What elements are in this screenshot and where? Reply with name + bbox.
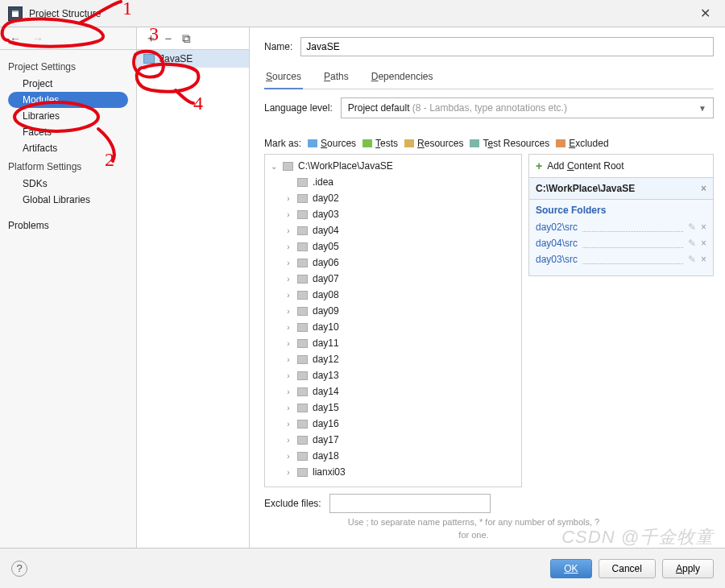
expand-icon[interactable]: › bbox=[284, 355, 292, 364]
remove-module-icon[interactable]: − bbox=[160, 30, 177, 48]
exclude-files-input[interactable] bbox=[329, 494, 491, 513]
sidebar-item-libraries[interactable]: Libraries bbox=[0, 108, 136, 124]
language-level-select[interactable]: Project default (8 - Lambdas, type annot… bbox=[341, 97, 714, 118]
tree-row[interactable]: ›day12 bbox=[265, 351, 521, 367]
content-root-path-row[interactable]: C:\WorkPlace\JavaSE × bbox=[528, 177, 714, 200]
tree-row[interactable]: ›day17 bbox=[265, 432, 521, 448]
module-item-javase[interactable]: JavaSE bbox=[137, 50, 249, 68]
source-folder-item[interactable]: day02\src✎× bbox=[536, 219, 706, 235]
tree-row[interactable]: ›day13 bbox=[265, 367, 521, 383]
svg-rect-1 bbox=[12, 10, 19, 12]
source-folder-item[interactable]: day04\src✎× bbox=[536, 235, 706, 251]
sidebar-item-sdks[interactable]: SDKs bbox=[0, 176, 136, 192]
nav-forward-icon[interactable]: → bbox=[29, 31, 47, 47]
tree-row[interactable]: ›day09 bbox=[265, 303, 521, 319]
add-module-icon[interactable]: ＋ bbox=[142, 30, 160, 48]
tree-row[interactable]: ›day06 bbox=[265, 255, 521, 271]
tree-item-label: .idea bbox=[313, 176, 334, 188]
sidebar-item-facets[interactable]: Facets bbox=[0, 124, 136, 140]
sidebar-item-problems[interactable]: Problems bbox=[0, 217, 136, 234]
ok-button[interactable]: OK bbox=[550, 559, 591, 578]
add-content-root[interactable]: + Add Content Root bbox=[528, 154, 714, 177]
expand-icon[interactable]: › bbox=[284, 291, 292, 300]
expand-icon[interactable]: › bbox=[284, 259, 292, 267]
help-icon[interactable]: ? bbox=[11, 561, 27, 577]
folder-icon bbox=[297, 387, 308, 396]
expand-icon[interactable]: › bbox=[284, 420, 292, 429]
tree-row[interactable]: ›day18 bbox=[265, 448, 521, 464]
content-tree[interactable]: ⌄ C:\WorkPlace\JavaSE .idea›day02›day03›… bbox=[264, 154, 522, 487]
tree-row[interactable]: ›day04 bbox=[265, 222, 521, 238]
chevron-down-icon: ▼ bbox=[698, 104, 706, 113]
tree-row[interactable]: ›day10 bbox=[265, 319, 521, 335]
footer: ? OK Cancel Apply bbox=[0, 548, 725, 588]
apply-button[interactable]: Apply bbox=[662, 559, 714, 578]
edit-icon[interactable]: ✎ bbox=[688, 222, 696, 233]
expand-icon[interactable]: › bbox=[284, 387, 292, 396]
expand-icon[interactable]: › bbox=[284, 371, 292, 380]
expand-icon[interactable]: › bbox=[284, 210, 292, 219]
close-icon[interactable]: ✕ bbox=[694, 2, 717, 24]
expand-icon[interactable]: › bbox=[284, 339, 292, 348]
expand-icon[interactable]: › bbox=[284, 226, 292, 235]
tree-row[interactable]: ›day11 bbox=[265, 335, 521, 351]
tree-row[interactable]: .idea bbox=[265, 174, 521, 190]
tree-row[interactable]: ›day15 bbox=[265, 400, 521, 416]
mark-sources[interactable]: Sources bbox=[308, 138, 356, 149]
expand-icon[interactable]: › bbox=[284, 307, 292, 316]
remove-icon[interactable]: × bbox=[701, 238, 706, 249]
sidebar-item-artifacts[interactable]: Artifacts bbox=[0, 140, 136, 156]
folder-icon bbox=[297, 275, 308, 284]
tab-dependencies[interactable]: Dependencies bbox=[370, 66, 435, 89]
nav-back-icon[interactable]: ← bbox=[6, 31, 24, 47]
expand-icon[interactable]: › bbox=[284, 242, 292, 251]
titlebar: Project Structure ✕ bbox=[0, 0, 725, 27]
source-folder-item[interactable]: day03\src✎× bbox=[536, 251, 706, 267]
tree-row[interactable]: ›day16 bbox=[265, 416, 521, 432]
source-folders-box: Source Folders day02\src✎×day04\src✎×day… bbox=[528, 200, 714, 276]
expand-icon[interactable]: › bbox=[284, 436, 292, 445]
sidebar-item-global-libraries[interactable]: Global Libraries bbox=[0, 192, 136, 208]
tree-row[interactable]: ›day02 bbox=[265, 190, 521, 206]
tab-paths[interactable]: Paths bbox=[322, 66, 350, 89]
remove-icon[interactable]: × bbox=[701, 254, 706, 265]
cancel-button[interactable]: Cancel bbox=[599, 559, 656, 578]
remove-icon[interactable]: × bbox=[701, 222, 706, 233]
expand-icon[interactable]: › bbox=[284, 194, 292, 203]
expand-icon[interactable]: › bbox=[284, 323, 292, 332]
mark-excluded[interactable]: Excluded bbox=[556, 138, 608, 149]
tree-row[interactable]: ›day08 bbox=[265, 287, 521, 303]
tree-row[interactable]: ›day05 bbox=[265, 238, 521, 255]
expand-icon[interactable]: › bbox=[284, 468, 292, 477]
tree-root-row[interactable]: ⌄ C:\WorkPlace\JavaSE bbox=[265, 158, 521, 174]
tree-row[interactable]: ›day14 bbox=[265, 383, 521, 400]
tree-root-label: C:\WorkPlace\JavaSE bbox=[298, 160, 393, 172]
name-input[interactable] bbox=[300, 37, 714, 56]
expand-icon[interactable]: › bbox=[284, 404, 292, 412]
mark-resources[interactable]: Resources bbox=[404, 138, 463, 149]
sidebar-item-project[interactable]: Project bbox=[0, 76, 136, 92]
tree-row[interactable]: ›day03 bbox=[265, 206, 521, 222]
content-root-path: C:\WorkPlace\JavaSE bbox=[536, 183, 635, 194]
tree-item-label: day09 bbox=[313, 305, 339, 317]
tree-item-label: lianxi03 bbox=[313, 466, 346, 478]
remove-root-icon[interactable]: × bbox=[701, 183, 706, 194]
expand-icon[interactable]: › bbox=[284, 275, 292, 284]
tree-item-label: day11 bbox=[313, 337, 339, 349]
tree-row[interactable]: ›day07 bbox=[265, 271, 521, 287]
mark-test-resources[interactable]: Test Resources bbox=[470, 138, 549, 149]
tree-item-label: day02 bbox=[313, 193, 339, 204]
tab-bar: Sources Paths Dependencies bbox=[264, 66, 714, 89]
svg-rect-0 bbox=[12, 12, 19, 17]
edit-icon[interactable]: ✎ bbox=[688, 254, 696, 265]
expand-icon[interactable] bbox=[284, 178, 292, 187]
edit-icon[interactable]: ✎ bbox=[688, 238, 696, 249]
exclude-files-hint: Use ; to separate name patterns, * for a… bbox=[345, 516, 603, 541]
expand-icon[interactable]: › bbox=[284, 452, 292, 461]
sidebar-item-modules[interactable]: Modules bbox=[8, 92, 128, 108]
tab-sources[interactable]: Sources bbox=[264, 66, 303, 89]
mark-tests[interactable]: Tests bbox=[362, 138, 398, 149]
collapse-icon[interactable]: ⌄ bbox=[270, 162, 278, 171]
copy-module-icon[interactable]: ⧉ bbox=[177, 30, 195, 48]
tree-row[interactable]: ›lianxi03 bbox=[265, 464, 521, 480]
